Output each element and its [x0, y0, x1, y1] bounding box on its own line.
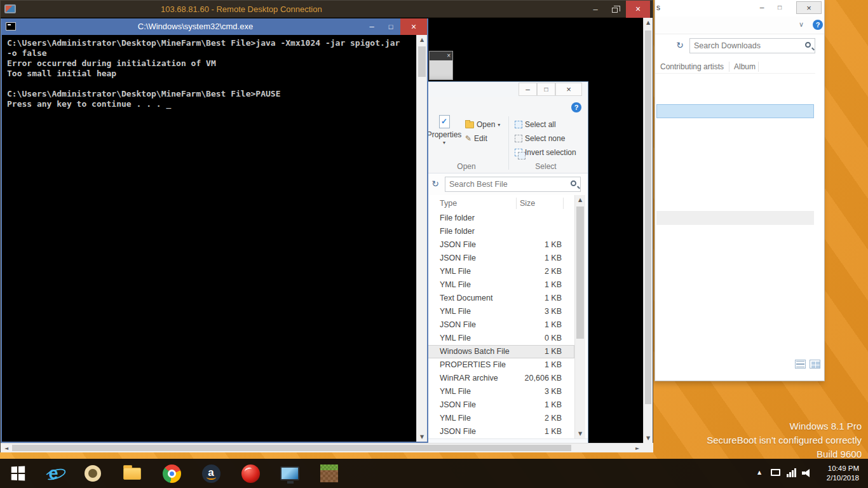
close-button[interactable]: × — [626, 1, 650, 18]
volume-icon[interactable] — [802, 469, 812, 477]
search-icon[interactable] — [805, 42, 811, 48]
taskbar-item-internet-explorer[interactable]: e — [41, 461, 66, 485]
close-button[interactable]: × — [555, 83, 582, 96]
cmd-window-title: C:\Windows\system32\cmd.exe — [40, 22, 351, 31]
edit-button[interactable]: ✎ Edit — [465, 134, 487, 143]
file-type-cell: YML File — [440, 280, 471, 289]
row-highlight[interactable] — [656, 211, 814, 225]
scroll-down-icon[interactable]: ▼ — [644, 435, 653, 441]
refresh-icon[interactable]: ↻ — [428, 177, 442, 191]
scroll-down-icon[interactable]: ▼ — [417, 434, 427, 440]
windows-logo-icon — [11, 466, 25, 480]
file-size-cell: 2 KB — [545, 414, 562, 423]
scroll-up-icon[interactable]: ▲ — [417, 37, 427, 43]
minimize-button[interactable]: – — [587, 1, 604, 18]
scrollbar-thumb[interactable] — [645, 30, 651, 404]
scroll-down-icon[interactable]: ▼ — [575, 431, 585, 437]
properties-button[interactable]: ✓ Properties ▾ — [424, 115, 464, 146]
column-separator[interactable] — [758, 62, 759, 72]
file-size-cell: 1 KB — [545, 400, 562, 409]
column-header-contributing-artists[interactable]: Contributing artists — [660, 62, 724, 71]
minimize-button[interactable]: – — [519, 83, 537, 96]
help-icon[interactable]: ? — [571, 102, 581, 112]
file-size-cell: 20,606 KB — [525, 374, 562, 383]
taskbar-clock[interactable]: 10:49 PM 2/10/2018 — [818, 464, 859, 483]
scroll-up-icon[interactable]: ▲ — [575, 197, 585, 203]
rdp-horizontal-scrollbar[interactable]: ◄ ► — [1, 443, 643, 452]
scroll-up-icon[interactable]: ▲ — [644, 20, 653, 25]
search-input[interactable] — [690, 39, 815, 53]
ribbon-collapse-icon[interactable]: ∨ — [799, 20, 804, 29]
cmd-app-icon — [6, 22, 16, 30]
amazon-icon: a — [202, 464, 220, 483]
taskbar-item-amazon[interactable]: a — [198, 461, 224, 485]
file-list-scrollbar[interactable]: ▲ ▼ — [574, 195, 585, 438]
rdp-vertical-scrollbar[interactable]: ▲ ▼ — [643, 18, 653, 443]
file-size-cell: 1 KB — [545, 280, 562, 289]
taskbar-item-chrome[interactable] — [159, 461, 184, 485]
host-titlebar[interactable]: s – □ × — [655, 0, 824, 17]
details-view-icon[interactable] — [795, 360, 806, 369]
explorer-search-box — [445, 177, 581, 192]
clock-time: 10:49 PM — [818, 464, 859, 473]
file-size-cell: 1 KB — [545, 240, 562, 249]
column-separator[interactable] — [729, 62, 729, 72]
cmd-line — [7, 79, 416, 89]
close-button[interactable]: × — [796, 1, 822, 14]
refresh-icon[interactable]: ↻ — [673, 39, 687, 53]
scrollbar-thumb[interactable] — [418, 46, 426, 77]
thumbnails-view-icon[interactable] — [810, 360, 820, 369]
minimize-button[interactable]: – — [362, 18, 381, 35]
chevron-down-icon: ▾ — [498, 122, 500, 128]
open-button[interactable]: Open ▾ — [465, 120, 500, 129]
taskbar-item-remote-desktop[interactable] — [277, 461, 302, 485]
start-button[interactable] — [5, 461, 31, 485]
scroll-right-icon[interactable]: ► — [634, 445, 641, 451]
restore-button[interactable] — [606, 1, 623, 18]
taskbar-item-minecraft[interactable] — [316, 461, 342, 485]
cmd-scrollbar[interactable]: ▲ ▼ — [416, 35, 427, 442]
maximize-button[interactable]: □ — [381, 18, 400, 35]
scrollbar-thumb[interactable] — [12, 445, 571, 451]
host-ribbon-row: ∨ ? — [655, 17, 824, 34]
properties-label: Properties — [424, 130, 464, 139]
maximize-button[interactable]: □ — [772, 1, 787, 14]
file-type-cell: YML File — [440, 334, 471, 342]
help-icon[interactable]: ? — [813, 20, 823, 30]
maximize-button[interactable]: □ — [537, 83, 555, 96]
rdp-titlebar[interactable]: 103.68.81.60 - Remote Desktop Connection… — [1, 1, 653, 18]
column-header-size[interactable]: Size — [520, 199, 535, 208]
host-column-headers: Contributing artists Album — [655, 60, 815, 74]
selected-row-highlight[interactable] — [656, 104, 814, 118]
windows-watermark: Windows 8.1 Pro SecureBoot isn't configu… — [707, 419, 862, 461]
scrollbar-thumb[interactable] — [576, 207, 584, 339]
network-icon[interactable] — [787, 468, 797, 477]
scrollbar-corner — [643, 443, 653, 452]
cmd-titlebar[interactable]: C:\Windows\system32\cmd.exe – □ × — [2, 18, 427, 35]
close-button[interactable]: × — [400, 18, 427, 35]
background-window-fragment: × — [429, 51, 453, 80]
rdp-window: 103.68.81.60 - Remote Desktop Connection… — [0, 0, 653, 452]
taskbar-item-file-explorer[interactable] — [119, 461, 145, 485]
search-input[interactable] — [445, 177, 580, 191]
search-icon[interactable] — [571, 180, 576, 186]
chevron-down-icon: ▾ — [424, 140, 464, 146]
taskbar-item-garena[interactable] — [238, 461, 263, 485]
column-header-type[interactable]: Type — [440, 199, 457, 208]
invert-selection-button[interactable]: Invert selection — [515, 148, 576, 157]
minecraft-icon — [320, 464, 338, 482]
background-window-close[interactable]: × — [430, 51, 452, 60]
column-separator[interactable] — [563, 198, 564, 209]
file-type-cell: Text Document — [440, 294, 492, 302]
garena-plus-icon — [85, 465, 101, 482]
file-type-cell: PROPERTIES File — [440, 360, 506, 369]
select-all-button[interactable]: Select all — [515, 120, 556, 129]
column-separator[interactable] — [516, 198, 517, 209]
select-none-button[interactable]: Select none — [515, 134, 565, 143]
display-tray-icon[interactable] — [771, 469, 780, 476]
show-hidden-icons-button[interactable]: ▲ — [757, 470, 761, 475]
column-header-album[interactable]: Album — [734, 62, 756, 71]
scroll-left-icon[interactable]: ◄ — [3, 445, 10, 451]
minimize-button[interactable]: – — [754, 1, 770, 14]
taskbar-item-garena-plus[interactable] — [80, 461, 105, 485]
